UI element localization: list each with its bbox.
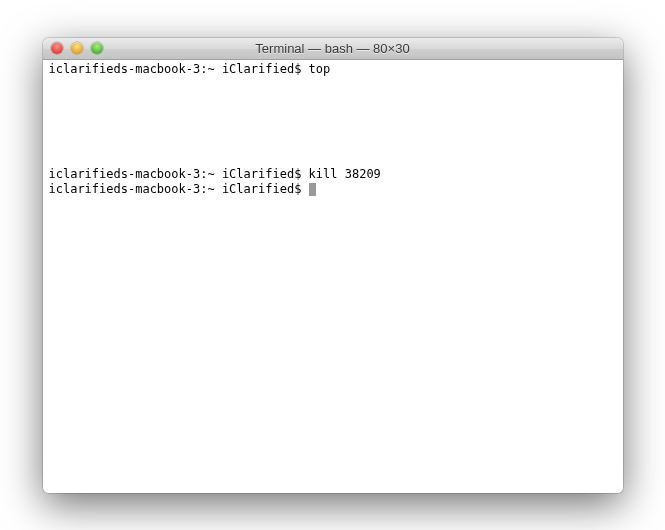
terminal-line xyxy=(49,137,617,152)
window-title: Terminal — bash — 80×30 xyxy=(43,41,623,56)
terminal-line: iclarifieds-macbook-3:~ iClarified$ xyxy=(49,182,617,197)
prompt: iclarifieds-macbook-3:~ iClarified$ xyxy=(49,62,309,76)
terminal-line xyxy=(49,77,617,92)
terminal-line: iclarifieds-macbook-3:~ iClarified$ kill… xyxy=(49,167,617,182)
zoom-icon[interactable] xyxy=(91,42,103,54)
terminal-line xyxy=(49,122,617,137)
terminal-line xyxy=(49,92,617,107)
traffic-lights xyxy=(43,42,103,54)
terminal-line: iclarifieds-macbook-3:~ iClarified$ top xyxy=(49,62,617,77)
command-text: top xyxy=(309,62,331,76)
prompt: iclarifieds-macbook-3:~ iClarified$ xyxy=(49,167,309,181)
cursor-icon xyxy=(309,183,316,196)
terminal-line xyxy=(49,107,617,122)
terminal-window: Terminal — bash — 80×30 iclarifieds-macb… xyxy=(43,38,623,493)
titlebar[interactable]: Terminal — bash — 80×30 xyxy=(43,38,623,60)
close-icon[interactable] xyxy=(51,42,63,54)
terminal-line xyxy=(49,152,617,167)
prompt: iclarifieds-macbook-3:~ iClarified$ xyxy=(49,182,309,196)
minimize-icon[interactable] xyxy=(71,42,83,54)
command-text: kill 38209 xyxy=(309,167,381,181)
terminal-content[interactable]: iclarifieds-macbook-3:~ iClarified$ topi… xyxy=(43,60,623,493)
